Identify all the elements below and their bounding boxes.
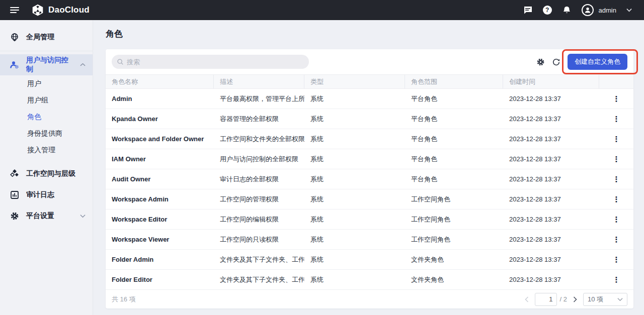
- settings-gear-icon[interactable]: [536, 58, 545, 66]
- role-name: Folder Admin: [106, 256, 214, 263]
- role-created: 2023-12-28 13:37: [503, 175, 599, 183]
- sidebar-item-global-management[interactable]: 全局管理: [0, 27, 93, 48]
- role-scope: 平台角色: [405, 155, 503, 164]
- prev-page-icon[interactable]: [525, 296, 529, 302]
- roles-card: 创建自定义角色 角色名称 描述 类型 角色范围 创建时间 Admin 平台最高权…: [106, 49, 633, 308]
- more-dots-icon[interactable]: ⋮: [610, 275, 623, 284]
- chevron-down-icon: [80, 214, 86, 218]
- role-desc: 用户与访问控制的全部权限: [214, 155, 304, 164]
- more-dots-icon[interactable]: ⋮: [610, 255, 623, 264]
- column-header-created: 创建时间: [503, 75, 599, 88]
- role-desc: 审计日志的全部权限: [214, 175, 304, 184]
- sidebar-item-label: 用户与访问控制: [26, 56, 73, 74]
- user-gear-icon: [10, 60, 19, 69]
- role-created: 2023-12-28 13:37: [503, 195, 599, 203]
- bell-icon[interactable]: [562, 6, 572, 15]
- role-type: 系统: [304, 155, 405, 164]
- more-dots-icon[interactable]: ⋮: [610, 174, 623, 184]
- role-desc: 工作空间的只读权限: [214, 235, 304, 244]
- help-glyph: ?: [545, 7, 549, 14]
- menu-icon[interactable]: [10, 6, 19, 15]
- column-header-actions: [599, 75, 633, 88]
- role-created: 2023-12-28 13:37: [503, 216, 599, 223]
- table-row[interactable]: Workspace and Folder Owner 工作空间和文件夹的全部权限…: [106, 129, 633, 149]
- role-created: 2023-12-28 13:37: [503, 135, 599, 143]
- page-title: 角色: [106, 28, 633, 40]
- role-name: Workspace Editor: [106, 216, 214, 223]
- role-scope: 工作空间角色: [405, 195, 503, 204]
- search-input[interactable]: [127, 58, 304, 66]
- role-created: 2023-12-28 13:37: [503, 236, 599, 243]
- table-row[interactable]: Workspace Editor 工作空间的编辑权限 系统 工作空间角色 202…: [106, 209, 633, 230]
- brand: DaoCloud: [31, 4, 90, 17]
- daocloud-logo: [31, 4, 44, 17]
- sidebar-item-user-groups[interactable]: 用户组: [0, 92, 93, 109]
- sidebar-item-audit-logs[interactable]: 审计日志: [0, 184, 93, 205]
- chevron-down-icon[interactable]: [626, 8, 632, 12]
- role-scope: 平台角色: [405, 94, 503, 103]
- more-dots-icon[interactable]: ⋮: [610, 134, 623, 144]
- role-name: Folder Editor: [106, 276, 214, 283]
- next-page-icon[interactable]: [573, 296, 577, 302]
- chat-icon[interactable]: [523, 5, 533, 15]
- user-menu-label[interactable]: admin: [599, 7, 616, 14]
- table-row[interactable]: IAM Owner 用户与访问控制的全部权限 系统 平台角色 2023-12-2…: [106, 149, 633, 169]
- role-created: 2023-12-28 13:37: [503, 115, 599, 123]
- table-row[interactable]: Kpanda Owner 容器管理的全部权限 系统 平台角色 2023-12-2…: [106, 109, 633, 129]
- role-created: 2023-12-28 13:37: [503, 256, 599, 263]
- table-row[interactable]: Audit Owner 审计日志的全部权限 系统 平台角色 2023-12-28…: [106, 169, 633, 189]
- role-created: 2023-12-28 13:37: [503, 155, 599, 163]
- gear-icon: [10, 212, 19, 221]
- more-dots-icon[interactable]: ⋮: [610, 154, 623, 164]
- page-number-input[interactable]: [535, 293, 557, 306]
- role-scope: 平台角色: [405, 115, 503, 124]
- sidebar-item-platform-settings[interactable]: 平台设置: [0, 205, 93, 227]
- page-total-label: / 2: [560, 295, 567, 303]
- sidebar-item-label: 平台设置: [26, 212, 54, 221]
- more-dots-icon[interactable]: ⋮: [610, 94, 623, 103]
- table-row[interactable]: Folder Editor 文件夹及其下子文件夹、工作空… 系统 文件夹角色 2…: [106, 270, 633, 290]
- table-row[interactable]: Workspace Admin 工作空间的管理权限 系统 工作空间角色 2023…: [106, 189, 633, 209]
- table-row[interactable]: Admin 平台最高权限，管理平台上所有… 系统 平台角色 2023-12-28…: [106, 89, 633, 109]
- audit-icon: [10, 190, 19, 199]
- sidebar-item-users[interactable]: 用户: [0, 75, 93, 92]
- sidebar-item-iam[interactable]: 用户与访问控制: [0, 54, 93, 75]
- table-row[interactable]: Workspace Viewer 工作空间的只读权限 系统 工作空间角色 202…: [106, 230, 633, 250]
- role-desc: 文件夹及其下子文件夹、工作空…: [214, 255, 304, 264]
- role-type: 系统: [304, 255, 405, 264]
- column-header-type: 类型: [304, 75, 405, 88]
- table-header: 角色名称 描述 类型 角色范围 创建时间: [106, 74, 633, 89]
- role-scope: 文件夹角色: [405, 275, 503, 284]
- sidebar-item-label: 全局管理: [26, 33, 54, 42]
- sidebar-item-access-management[interactable]: 接入管理: [0, 142, 93, 158]
- avatar-icon[interactable]: [582, 4, 594, 16]
- more-dots-icon[interactable]: ⋮: [610, 235, 623, 244]
- role-name: Admin: [106, 95, 214, 102]
- create-custom-role-button[interactable]: 创建自定义角色: [568, 54, 627, 70]
- more-dots-icon[interactable]: ⋮: [610, 215, 623, 224]
- role-created: 2023-12-28 13:37: [503, 276, 599, 283]
- role-desc: 工作空间的编辑权限: [214, 215, 304, 224]
- column-header-role-name: 角色名称: [106, 75, 214, 88]
- more-dots-icon[interactable]: ⋮: [610, 194, 623, 204]
- page-size-select[interactable]: 10 项: [583, 293, 627, 306]
- sidebar-item-workspace-hierarchy[interactable]: 工作空间与层级: [0, 163, 93, 184]
- role-scope: 平台角色: [405, 175, 503, 184]
- workspace-icon: [10, 169, 19, 178]
- column-header-description: 描述: [214, 75, 304, 88]
- refresh-icon[interactable]: [552, 58, 560, 66]
- topbar: DaoCloud ? admin: [0, 0, 644, 20]
- role-desc: 平台最高权限，管理平台上所有…: [214, 94, 304, 103]
- search-box: [112, 55, 309, 69]
- sidebar-item-identity-providers[interactable]: 身份提供商: [0, 125, 93, 142]
- sidebar-item-label: 审计日志: [26, 190, 54, 199]
- more-dots-icon[interactable]: ⋮: [610, 114, 623, 124]
- role-created: 2023-12-28 13:37: [503, 95, 599, 102]
- column-header-scope: 角色范围: [405, 75, 503, 88]
- sidebar-item-roles[interactable]: 角色: [0, 109, 93, 125]
- role-scope: 工作空间角色: [405, 235, 503, 244]
- sidebar-divider: [0, 51, 93, 51]
- help-icon[interactable]: ?: [543, 6, 552, 15]
- table-row[interactable]: Folder Admin 文件夹及其下子文件夹、工作空… 系统 文件夹角色 20…: [106, 250, 633, 270]
- main-content: 角色 创建自定义角色 角色名称: [93, 20, 644, 315]
